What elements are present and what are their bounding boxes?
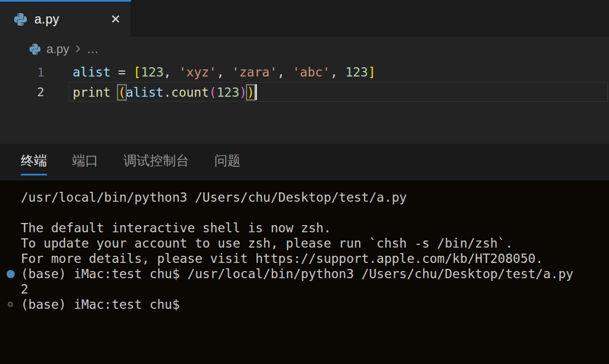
code-text: print (alist.count(123)) (73, 84, 257, 100)
bracket-match: ( (118, 85, 126, 99)
vscode-window: a.py ✕ a.py › … 1alist = [123, 'xyz', 'z… (0, 0, 609, 364)
terminal-line: (base) iMac:test chu$ (0, 297, 609, 312)
code-token: 'abc' (292, 65, 330, 79)
terminal-text: For more details, please visit https://s… (21, 251, 543, 266)
python-icon (14, 13, 27, 26)
breadcrumb: a.py › … (0, 37, 609, 61)
code-token: ) (239, 85, 247, 99)
python-icon (30, 44, 40, 55)
terminal-line: /usr/local/bin/python3 /Users/chu/Deskto… (0, 190, 609, 205)
terminal-line: (base) iMac:test chu$ /usr/local/bin/pyt… (0, 266, 609, 281)
breadcrumb-file[interactable]: a.py (46, 42, 69, 56)
panel-tab-ports[interactable]: 端口 (72, 152, 98, 175)
chevron-right-icon: › (75, 42, 81, 56)
code-token: 123 (141, 65, 164, 79)
panel-tab-problems[interactable]: 问题 (214, 152, 241, 175)
terminal-line: For more details, please visit https://s… (0, 251, 609, 266)
code-token: alist (126, 85, 163, 99)
panel-tab-bar: 终端端口调试控制台问题 (0, 144, 609, 180)
code-token: alist (73, 65, 110, 79)
tab-a-py[interactable]: a.py ✕ (0, 0, 131, 37)
terminal-line: To update your account to use zsh, pleas… (0, 236, 609, 251)
text-cursor (255, 84, 257, 100)
code-token: = (118, 65, 126, 79)
code-text: alist = [123, 'xyz', 'zara', 'abc', 123] (73, 65, 376, 79)
decoration-column (0, 302, 21, 307)
breadcrumb-symbol-ellipsis[interactable]: … (87, 42, 99, 56)
code-token: 123 (216, 85, 239, 99)
terminal-text: (base) iMac:test chu$ (21, 297, 180, 312)
code-token: ] (368, 65, 376, 79)
code-token: count (171, 85, 209, 99)
terminal-line: 2 (0, 281, 609, 297)
terminal-text: To update your account to use zsh, pleas… (21, 236, 513, 251)
code-token: 'xyz' (179, 65, 216, 79)
code-token (110, 65, 118, 79)
panel-tab-debug-console[interactable]: 调试控制台 (124, 152, 189, 175)
code-editor[interactable]: 1alist = [123, 'xyz', 'zara', 'abc', 123… (0, 61, 609, 144)
terminal-text: (base) iMac:test chu$ /usr/local/bin/pyt… (21, 266, 573, 281)
editor-tab-bar: a.py ✕ (0, 0, 609, 37)
code-line-1[interactable]: 1alist = [123, 'xyz', 'zara', 'abc', 123… (0, 62, 609, 82)
code-token: , (277, 65, 292, 79)
code-token: 123 (346, 65, 368, 79)
command-decoration-open-icon[interactable] (8, 302, 13, 307)
terminal-line: The default interactive shell is now zsh… (0, 220, 609, 236)
code-token: 'zara' (232, 65, 277, 79)
code-token: , (163, 65, 179, 79)
terminal-text: /usr/local/bin/python3 /Users/chu/Deskto… (21, 190, 407, 205)
code-token (110, 85, 118, 99)
code-line-2[interactable]: 2print (alist.count(123)) (0, 82, 609, 102)
line-number: 1 (0, 66, 44, 79)
close-icon[interactable]: ✕ (110, 13, 121, 26)
terminal-text: 2 (21, 281, 28, 297)
panel-tab-terminal[interactable]: 终端 (21, 152, 47, 175)
code-token: , (330, 65, 346, 79)
code-token: . (163, 85, 171, 99)
code-token (126, 65, 133, 79)
code-token: , (216, 65, 232, 79)
code-token: [ (133, 65, 141, 79)
terminal-panel[interactable]: /usr/local/bin/python3 /Users/chu/Deskto… (0, 180, 609, 364)
bracket-match: ) (247, 85, 255, 99)
decoration-column (0, 270, 21, 278)
tab-label: a.py (34, 12, 103, 27)
command-decoration-filled-icon[interactable] (7, 270, 15, 278)
line-number: 2 (0, 85, 44, 99)
code-token: ( (209, 85, 216, 99)
terminal-line (0, 205, 609, 220)
terminal-text: The default interactive shell is now zsh… (21, 220, 331, 236)
code-token: print (73, 85, 110, 99)
